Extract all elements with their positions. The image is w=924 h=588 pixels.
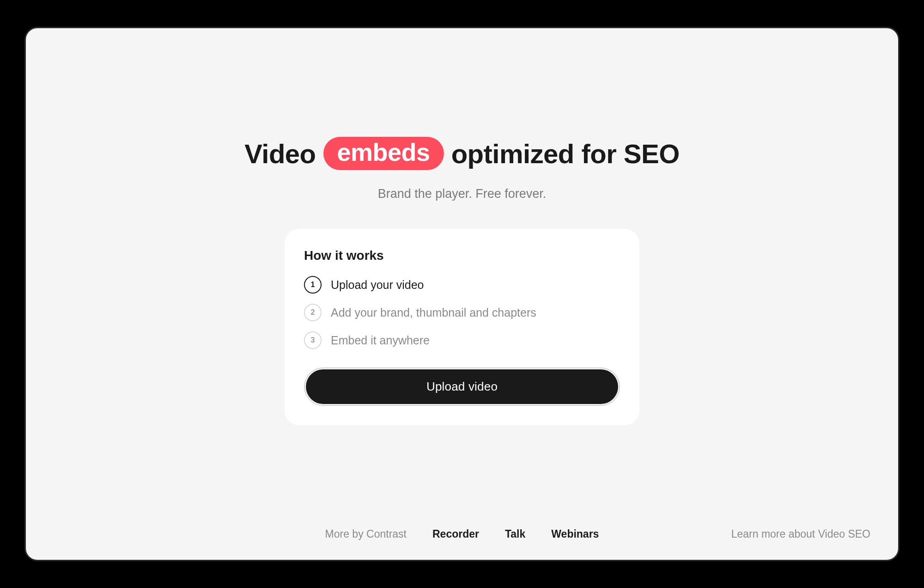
step-2: 2 Add your brand, thumbnail and chapters bbox=[304, 304, 620, 321]
card-title: How it works bbox=[304, 248, 620, 263]
step-label: Upload your video bbox=[331, 278, 424, 292]
footer-link-webinars[interactable]: Webinars bbox=[551, 528, 599, 540]
learn-more-link[interactable]: Learn more about Video SEO bbox=[731, 528, 870, 540]
step-number-badge: 1 bbox=[304, 276, 322, 294]
hero-title-pill: embeds bbox=[323, 137, 444, 170]
step-number-badge: 2 bbox=[304, 304, 322, 321]
hero-subtitle: Brand the player. Free forever. bbox=[244, 187, 680, 201]
step-label: Embed it anywhere bbox=[331, 334, 430, 347]
footer-label: More by Contrast bbox=[325, 528, 407, 540]
steps-list: 1 Upload your video 2 Add your brand, th… bbox=[304, 276, 620, 349]
step-1: 1 Upload your video bbox=[304, 276, 620, 294]
how-it-works-card: How it works 1 Upload your video 2 Add y… bbox=[285, 229, 639, 425]
app-window: Video embeds optimized for SEO Brand the… bbox=[24, 27, 900, 561]
footer-link-talk[interactable]: Talk bbox=[505, 528, 525, 540]
step-3: 3 Embed it anywhere bbox=[304, 331, 620, 349]
hero-title: Video embeds optimized for SEO bbox=[244, 137, 680, 170]
step-label: Add your brand, thumbnail and chapters bbox=[331, 306, 536, 319]
hero: Video embeds optimized for SEO Brand the… bbox=[244, 137, 680, 201]
hero-title-post: optimized for SEO bbox=[451, 138, 680, 169]
cta-wrap: Upload video bbox=[304, 368, 620, 406]
step-number-badge: 3 bbox=[304, 331, 322, 349]
hero-title-pre: Video bbox=[244, 138, 316, 169]
upload-video-button[interactable]: Upload video bbox=[306, 369, 618, 404]
footer-link-recorder[interactable]: Recorder bbox=[432, 528, 479, 540]
